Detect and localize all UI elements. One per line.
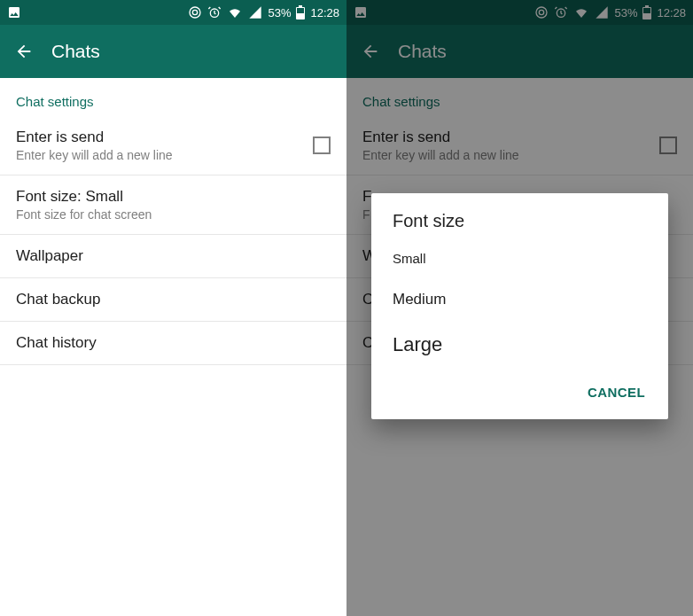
battery-percent: 53% [268, 6, 291, 19]
dialog-options: Small Medium Large [371, 238, 668, 369]
font-option-small[interactable]: Small [371, 238, 668, 278]
wifi-icon [227, 5, 243, 19]
appbar-title: Chats [51, 41, 100, 62]
image-icon [7, 5, 21, 19]
setting-title: Enter is send [16, 129, 173, 146]
setting-chat-backup[interactable]: Chat backup [0, 278, 346, 322]
setting-title: Chat backup [16, 291, 100, 308]
left-screen: 53% 12:28 Chats Chat settings Enter is s… [0, 0, 346, 616]
right-screen: 53% 12:28 Chats Chat settings Enter is s… [346, 0, 693, 616]
svg-point-0 [190, 7, 200, 18]
setting-font-size[interactable]: Font size: Small Font size for chat scre… [0, 175, 346, 235]
setting-chat-history[interactable]: Chat history [0, 322, 346, 365]
font-option-large[interactable]: Large [371, 321, 668, 369]
dialog-actions: CANCEL [371, 369, 668, 419]
app-bar: Chats [0, 25, 346, 78]
enter-is-send-checkbox[interactable] [313, 136, 331, 154]
status-time: 12:28 [310, 6, 339, 19]
signal-icon [248, 5, 262, 19]
battery-icon [296, 5, 305, 19]
alarm-icon [207, 5, 222, 19]
circled-icon [188, 5, 202, 19]
dialog-title: Font size [371, 193, 668, 238]
status-bar: 53% 12:28 [0, 0, 346, 25]
cancel-button[interactable]: CANCEL [579, 378, 654, 407]
setting-subtitle: Enter key will add a new line [16, 148, 173, 162]
font-option-medium[interactable]: Medium [371, 278, 668, 321]
setting-title: Font size: Small [16, 188, 152, 206]
back-arrow-icon[interactable] [14, 42, 34, 61]
setting-enter-is-send[interactable]: Enter is send Enter key will add a new l… [0, 116, 346, 175]
svg-point-1 [193, 10, 198, 14]
section-header: Chat settings [0, 78, 346, 116]
font-size-dialog: Font size Small Medium Large CANCEL [371, 193, 668, 419]
setting-wallpaper[interactable]: Wallpaper [0, 235, 346, 278]
settings-content: Chat settings Enter is send Enter key wi… [0, 78, 346, 365]
setting-title: Wallpaper [16, 247, 83, 265]
setting-title: Chat history [16, 334, 97, 352]
setting-subtitle: Font size for chat screen [16, 207, 152, 222]
svg-rect-5 [297, 8, 304, 13]
svg-rect-4 [299, 5, 302, 7]
